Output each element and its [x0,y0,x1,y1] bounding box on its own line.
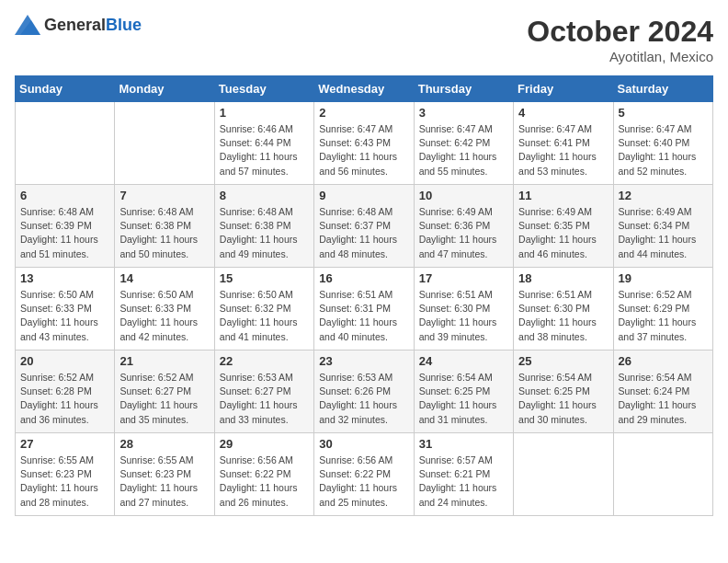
calendar-cell: 21Sunrise: 6:52 AM Sunset: 6:27 PM Dayli… [115,350,214,433]
weekday-header-friday: Friday [514,76,613,102]
day-number: 4 [518,106,608,120]
day-info: Sunrise: 6:52 AM Sunset: 6:28 PM Dayligh… [20,371,109,427]
day-number: 28 [119,437,209,451]
day-info: Sunrise: 6:54 AM Sunset: 6:25 PM Dayligh… [419,371,508,427]
day-info: Sunrise: 6:49 AM Sunset: 6:34 PM Dayligh… [619,205,708,261]
day-number: 1 [220,106,309,120]
calendar-cell: 14Sunrise: 6:50 AM Sunset: 6:33 PM Dayli… [115,268,214,350]
day-number: 20 [20,354,109,368]
day-info: Sunrise: 6:51 AM Sunset: 6:30 PM Dayligh… [419,288,508,344]
logo: GeneralBlue [15,15,142,35]
calendar-cell: 25Sunrise: 6:54 AM Sunset: 6:25 PM Dayli… [514,350,613,433]
day-info: Sunrise: 6:54 AM Sunset: 6:25 PM Dayligh… [518,371,608,427]
calendar-cell: 13Sunrise: 6:50 AM Sunset: 6:33 PM Dayli… [16,268,115,350]
day-number: 12 [619,189,708,202]
day-info: Sunrise: 6:48 AM Sunset: 6:37 PM Dayligh… [319,205,408,261]
calendar-cell [16,102,115,185]
day-number: 22 [220,354,309,368]
weekday-header-wednesday: Wednesday [314,76,414,102]
weekday-header-tuesday: Tuesday [214,76,313,102]
location-title: Ayotitlan, Mexico [527,49,713,64]
day-info: Sunrise: 6:48 AM Sunset: 6:38 PM Dayligh… [220,205,309,261]
day-info: Sunrise: 6:50 AM Sunset: 6:32 PM Dayligh… [220,288,309,344]
calendar-body: 1Sunrise: 6:46 AM Sunset: 6:44 PM Daylig… [16,102,713,516]
day-info: Sunrise: 6:51 AM Sunset: 6:31 PM Dayligh… [319,288,408,344]
weekday-header-row: SundayMondayTuesdayWednesdayThursdayFrid… [16,76,713,102]
calendar-cell: 18Sunrise: 6:51 AM Sunset: 6:30 PM Dayli… [514,268,613,350]
day-info: Sunrise: 6:47 AM Sunset: 6:40 PM Dayligh… [619,122,708,178]
calendar-cell [514,433,613,516]
calendar-week-2: 6Sunrise: 6:48 AM Sunset: 6:39 PM Daylig… [16,185,713,268]
logo-blue-text: Blue [106,16,142,34]
day-number: 6 [20,189,109,202]
day-info: Sunrise: 6:52 AM Sunset: 6:27 PM Dayligh… [119,371,209,427]
calendar-cell: 9Sunrise: 6:48 AM Sunset: 6:37 PM Daylig… [314,185,414,268]
weekday-header-monday: Monday [115,76,214,102]
calendar-table: SundayMondayTuesdayWednesdayThursdayFrid… [15,75,713,516]
day-number: 18 [518,271,608,285]
day-number: 8 [220,189,309,202]
day-number: 7 [119,189,209,202]
calendar-cell: 2Sunrise: 6:47 AM Sunset: 6:43 PM Daylig… [314,102,414,185]
day-info: Sunrise: 6:47 AM Sunset: 6:42 PM Dayligh… [419,122,508,178]
day-info: Sunrise: 6:53 AM Sunset: 6:27 PM Dayligh… [220,371,309,427]
calendar-cell: 10Sunrise: 6:49 AM Sunset: 6:36 PM Dayli… [414,185,513,268]
logo-general-text: General [44,16,106,34]
day-number: 30 [319,437,408,451]
calendar-cell: 23Sunrise: 6:53 AM Sunset: 6:26 PM Dayli… [314,350,414,433]
day-number: 19 [619,271,708,285]
day-info: Sunrise: 6:48 AM Sunset: 6:39 PM Dayligh… [20,205,109,261]
title-area: October 2024 Ayotitlan, Mexico [527,15,713,64]
day-info: Sunrise: 6:55 AM Sunset: 6:23 PM Dayligh… [20,454,109,510]
day-info: Sunrise: 6:54 AM Sunset: 6:24 PM Dayligh… [619,371,708,427]
calendar-cell [613,433,712,516]
calendar-cell: 7Sunrise: 6:48 AM Sunset: 6:38 PM Daylig… [115,185,214,268]
day-number: 29 [220,437,309,451]
day-info: Sunrise: 6:46 AM Sunset: 6:44 PM Dayligh… [220,122,309,178]
day-info: Sunrise: 6:56 AM Sunset: 6:22 PM Dayligh… [319,454,408,510]
day-info: Sunrise: 6:55 AM Sunset: 6:23 PM Dayligh… [119,454,209,510]
day-info: Sunrise: 6:47 AM Sunset: 6:43 PM Dayligh… [319,122,408,178]
day-number: 2 [319,106,408,120]
day-info: Sunrise: 6:57 AM Sunset: 6:21 PM Dayligh… [419,454,508,510]
weekday-header-sunday: Sunday [16,76,115,102]
calendar-week-5: 27Sunrise: 6:55 AM Sunset: 6:23 PM Dayli… [16,433,713,516]
calendar-cell: 15Sunrise: 6:50 AM Sunset: 6:32 PM Dayli… [214,268,313,350]
calendar-cell: 17Sunrise: 6:51 AM Sunset: 6:30 PM Dayli… [414,268,513,350]
calendar-cell: 3Sunrise: 6:47 AM Sunset: 6:42 PM Daylig… [414,102,513,185]
calendar-cell: 4Sunrise: 6:47 AM Sunset: 6:41 PM Daylig… [514,102,613,185]
logo-icon [15,15,40,35]
calendar-cell: 28Sunrise: 6:55 AM Sunset: 6:23 PM Dayli… [115,433,214,516]
day-info: Sunrise: 6:50 AM Sunset: 6:33 PM Dayligh… [20,288,109,344]
day-info: Sunrise: 6:49 AM Sunset: 6:36 PM Dayligh… [419,205,508,261]
day-info: Sunrise: 6:48 AM Sunset: 6:38 PM Dayligh… [119,205,209,261]
calendar-cell: 6Sunrise: 6:48 AM Sunset: 6:39 PM Daylig… [16,185,115,268]
page-header: GeneralBlue October 2024 Ayotitlan, Mexi… [15,15,713,64]
day-info: Sunrise: 6:52 AM Sunset: 6:29 PM Dayligh… [619,288,708,344]
calendar-cell: 19Sunrise: 6:52 AM Sunset: 6:29 PM Dayli… [613,268,712,350]
day-number: 10 [419,189,508,202]
weekday-header-saturday: Saturday [613,76,712,102]
calendar-week-3: 13Sunrise: 6:50 AM Sunset: 6:33 PM Dayli… [16,268,713,350]
calendar-cell: 12Sunrise: 6:49 AM Sunset: 6:34 PM Dayli… [613,185,712,268]
day-number: 25 [518,354,608,368]
day-info: Sunrise: 6:50 AM Sunset: 6:33 PM Dayligh… [119,288,209,344]
calendar-cell: 11Sunrise: 6:49 AM Sunset: 6:35 PM Dayli… [514,185,613,268]
day-number: 27 [20,437,109,451]
day-number: 31 [419,437,508,451]
day-number: 14 [119,271,209,285]
calendar-cell [115,102,214,185]
day-number: 23 [319,354,408,368]
calendar-cell: 1Sunrise: 6:46 AM Sunset: 6:44 PM Daylig… [214,102,313,185]
calendar-week-4: 20Sunrise: 6:52 AM Sunset: 6:28 PM Dayli… [16,350,713,433]
day-number: 17 [419,271,508,285]
day-number: 5 [619,106,708,120]
calendar-cell: 22Sunrise: 6:53 AM Sunset: 6:27 PM Dayli… [214,350,313,433]
calendar-cell: 27Sunrise: 6:55 AM Sunset: 6:23 PM Dayli… [16,433,115,516]
calendar-cell: 16Sunrise: 6:51 AM Sunset: 6:31 PM Dayli… [314,268,414,350]
day-number: 13 [20,271,109,285]
calendar-week-1: 1Sunrise: 6:46 AM Sunset: 6:44 PM Daylig… [16,102,713,185]
calendar-cell: 8Sunrise: 6:48 AM Sunset: 6:38 PM Daylig… [214,185,313,268]
calendar-cell: 20Sunrise: 6:52 AM Sunset: 6:28 PM Dayli… [16,350,115,433]
day-info: Sunrise: 6:47 AM Sunset: 6:41 PM Dayligh… [518,122,608,178]
